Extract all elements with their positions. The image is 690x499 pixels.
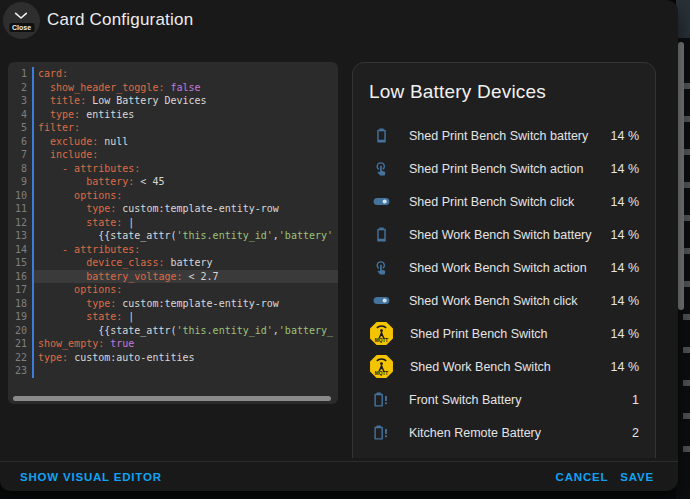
chevron-down-icon — [13, 8, 29, 24]
line-number: 13 — [8, 229, 34, 243]
code-line-content: include: — [34, 148, 338, 162]
entity-row[interactable]: MQTTShed Print Bench Switch14 % — [369, 317, 639, 350]
code-line-content: state: | — [34, 310, 338, 324]
card-title: Low Battery Devices — [353, 63, 655, 113]
line-number: 12 — [8, 216, 34, 230]
code-line-content: type: entities — [34, 108, 338, 122]
entity-state: 1 — [632, 393, 639, 407]
code-line: 18 type: custom:template-entity-row — [8, 297, 338, 311]
code-line-content: type: custom:template-entity-row — [34, 202, 338, 216]
editor-horizontal-scrollbar[interactable] — [13, 396, 331, 401]
code-line-content: - attributes: — [34, 243, 338, 257]
entity-name: Shed Print Bench Switch click — [409, 195, 603, 209]
code-line: 22type: custom:auto-entities — [8, 351, 338, 365]
code-line: 5filter: — [8, 121, 338, 135]
mqtt-device-icon: MQTT — [369, 321, 394, 346]
entity-state: 14 % — [611, 129, 640, 143]
code-line-content: battery_voltage: < 2.7 — [34, 270, 338, 284]
occluded-app-header — [676, 0, 690, 38]
entity-row[interactable]: Shed Work Bench Switch battery14 % — [369, 218, 639, 251]
entity-row[interactable]: Middle switch Battery77 — [369, 449, 639, 458]
cancel-button[interactable]: CANCEL — [550, 467, 615, 487]
entity-row[interactable]: Shed Print Bench Switch battery14 % — [369, 119, 639, 152]
entity-name: Shed Work Bench Switch action — [409, 261, 603, 275]
code-line: 3 title: Low Battery Devices — [8, 94, 338, 108]
line-number: 3 — [8, 94, 34, 108]
code-line-content: show_empty: true — [34, 337, 338, 351]
battery-alert-icon — [369, 391, 393, 408]
entity-row[interactable]: Shed Work Bench Switch action14 % — [369, 251, 639, 284]
code-line-content: show_header_toggle: false — [34, 81, 338, 95]
close-button[interactable]: Close — [3, 2, 40, 39]
code-line-content: options: — [34, 283, 338, 297]
yaml-editor[interactable]: 1card:2 show_header_toggle: false3 title… — [8, 62, 338, 404]
card-configuration-dialog: Close Card Configuration 1card:2 show_he… — [0, 0, 678, 491]
entity-row[interactable]: Shed Print Bench Switch action14 % — [369, 152, 639, 185]
entity-state: 14 % — [611, 195, 640, 209]
code-line-content: battery: < 45 — [34, 175, 338, 189]
page-title: Card Configuration — [47, 10, 193, 30]
code-line: 10 options: — [8, 189, 338, 203]
code-line-content: {{state_attr('this.entity_id','battery' — [34, 229, 338, 243]
line-number: 14 — [8, 243, 34, 257]
gesture-tap-icon — [369, 259, 393, 276]
code-line-content: filter: — [34, 121, 338, 135]
battery-icon — [369, 127, 393, 144]
card-preview-pane: Low Battery Devices Shed Print Bench Swi… — [346, 56, 672, 458]
show-visual-editor-button[interactable]: SHOW VISUAL EDITOR — [14, 467, 168, 487]
line-number: 15 — [8, 256, 34, 270]
line-number: 9 — [8, 175, 34, 189]
code-line: 12 state: | — [8, 216, 338, 230]
line-number: 4 — [8, 108, 34, 122]
code-line: 17 options: — [8, 283, 338, 297]
entity-row[interactable]: Shed Print Bench Switch click14 % — [369, 185, 639, 218]
entity-row[interactable]: Front Switch Battery1 — [369, 383, 639, 416]
dialog-header: Close Card Configuration — [0, 0, 678, 48]
code-line: 2 show_header_toggle: false — [8, 81, 338, 95]
line-number: 2 — [8, 81, 34, 95]
code-line-content: title: Low Battery Devices — [34, 94, 338, 108]
code-line: 11 type: custom:template-entity-row — [8, 202, 338, 216]
line-number: 8 — [8, 162, 34, 176]
battery-alert-icon — [369, 457, 393, 458]
page-vertical-scrollbar[interactable] — [678, 42, 684, 310]
entity-name: Kitchen Remote Battery — [409, 426, 624, 440]
gesture-tap-icon — [369, 160, 393, 177]
code-line: 16 battery_voltage: < 2.7 — [8, 270, 338, 284]
battery-icon — [369, 226, 393, 243]
code-line: 7 include: — [8, 148, 338, 162]
save-button[interactable]: SAVE — [614, 467, 660, 487]
line-number: 21 — [8, 337, 34, 351]
entity-name: Shed Work Bench Switch — [410, 360, 603, 374]
code-line-content: card: — [34, 67, 338, 81]
code-line-content: - attributes: — [34, 162, 338, 176]
entity-name: Shed Work Bench Switch battery — [409, 228, 603, 242]
close-tooltip: Close — [9, 23, 34, 32]
mqtt-device-icon: MQTT — [369, 354, 394, 379]
code-line-content: type: custom:auto-entities — [34, 351, 338, 365]
line-number: 11 — [8, 202, 34, 216]
preview-card: Low Battery Devices Shed Print Bench Swi… — [352, 62, 656, 458]
entity-state: 14 % — [611, 261, 640, 275]
line-number: 17 — [8, 283, 34, 297]
entity-name: Shed Work Bench Switch click — [409, 294, 603, 308]
line-number: 18 — [8, 297, 34, 311]
code-line: 19 state: | — [8, 310, 338, 324]
line-number: 6 — [8, 135, 34, 149]
toggle-switch-icon — [369, 192, 393, 211]
code-line: 21show_empty: true — [8, 337, 338, 351]
entity-row[interactable]: Kitchen Remote Battery2 — [369, 416, 639, 449]
code-line-content: exclude: null — [34, 135, 338, 149]
entity-row[interactable]: MQTTShed Work Bench Switch14 % — [369, 350, 639, 383]
entity-name: Shed Print Bench Switch — [410, 327, 603, 341]
code-line: 1card: — [8, 67, 338, 81]
line-number: 16 — [8, 270, 34, 284]
code-line: 15 device_class: battery — [8, 256, 338, 270]
line-number: 5 — [8, 121, 34, 135]
line-number: 19 — [8, 310, 34, 324]
entity-row[interactable]: Shed Work Bench Switch click14 % — [369, 284, 639, 317]
code-line-content: {{state_attr('this.entity_id','battery_ — [34, 324, 338, 338]
battery-alert-icon — [369, 424, 393, 441]
line-number: 10 — [8, 189, 34, 203]
code-line-content: options: — [34, 189, 338, 203]
